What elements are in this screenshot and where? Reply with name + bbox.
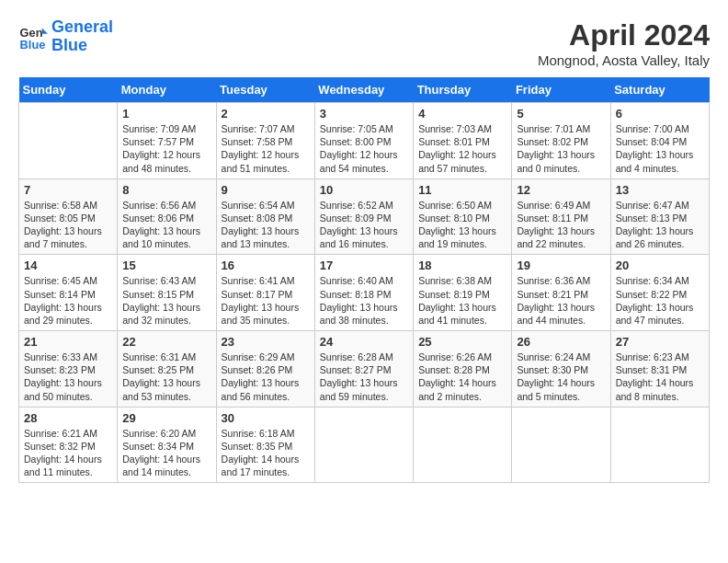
day-number: 6 <box>616 107 704 121</box>
day-info: Sunrise: 6:23 AM Sunset: 8:31 PM Dayligh… <box>616 350 704 403</box>
day-header-friday: Friday <box>512 77 610 103</box>
month-title: April 2024 <box>538 18 710 52</box>
day-info: Sunrise: 6:20 AM Sunset: 8:34 PM Dayligh… <box>122 427 210 479</box>
calendar-cell: 27Sunrise: 6:23 AM Sunset: 8:31 PM Dayli… <box>610 331 709 408</box>
day-number: 28 <box>24 411 112 425</box>
calendar-cell: 23Sunrise: 6:29 AM Sunset: 8:26 PM Dayli… <box>216 331 314 408</box>
day-header-monday: Monday <box>118 77 216 103</box>
calendar-cell: 13Sunrise: 6:47 AM Sunset: 8:13 PM Dayli… <box>610 178 709 255</box>
day-number: 13 <box>616 183 704 197</box>
day-number: 1 <box>122 107 210 121</box>
calendar-cell <box>512 407 610 483</box>
day-number: 5 <box>517 107 605 121</box>
day-number: 22 <box>122 335 210 349</box>
day-info: Sunrise: 7:09 AM Sunset: 7:57 PM Dayligh… <box>122 122 210 175</box>
day-info: Sunrise: 6:58 AM Sunset: 8:05 PM Dayligh… <box>24 199 112 251</box>
week-row-3: 14Sunrise: 6:45 AM Sunset: 8:14 PM Dayli… <box>19 255 710 331</box>
calendar-cell <box>414 407 512 483</box>
calendar-cell: 18Sunrise: 6:38 AM Sunset: 8:19 PM Dayli… <box>414 255 512 331</box>
day-number: 23 <box>222 335 310 349</box>
day-number: 3 <box>320 107 408 121</box>
svg-text:Blue: Blue <box>20 38 46 52</box>
day-header-tuesday: Tuesday <box>216 77 314 103</box>
calendar-cell: 15Sunrise: 6:43 AM Sunset: 8:15 PM Dayli… <box>118 255 216 331</box>
calendar-cell: 30Sunrise: 6:18 AM Sunset: 8:35 PM Dayli… <box>216 407 314 483</box>
day-info: Sunrise: 6:54 AM Sunset: 8:08 PM Dayligh… <box>222 199 310 251</box>
day-number: 7 <box>24 183 112 197</box>
calendar-cell: 25Sunrise: 6:26 AM Sunset: 8:28 PM Dayli… <box>414 331 512 408</box>
day-number: 8 <box>122 183 210 197</box>
day-number: 29 <box>122 411 210 425</box>
logo-icon: Gen Blue <box>18 22 48 52</box>
day-info: Sunrise: 6:31 AM Sunset: 8:25 PM Dayligh… <box>122 350 210 403</box>
day-info: Sunrise: 6:49 AM Sunset: 8:11 PM Dayligh… <box>517 199 605 251</box>
week-row-5: 28Sunrise: 6:21 AM Sunset: 8:32 PM Dayli… <box>19 407 710 483</box>
day-number: 9 <box>222 183 310 197</box>
day-info: Sunrise: 7:03 AM Sunset: 8:01 PM Dayligh… <box>418 122 506 175</box>
calendar-cell <box>19 103 118 179</box>
day-number: 20 <box>616 259 704 272</box>
calendar-cell: 14Sunrise: 6:45 AM Sunset: 8:14 PM Dayli… <box>19 255 118 331</box>
day-number: 16 <box>222 259 310 272</box>
day-header-thursday: Thursday <box>414 77 512 103</box>
location: Mongnod, Aosta Valley, Italy <box>538 52 710 68</box>
calendar-cell: 9Sunrise: 6:54 AM Sunset: 8:08 PM Daylig… <box>216 178 314 255</box>
day-number: 17 <box>320 259 408 272</box>
day-info: Sunrise: 6:33 AM Sunset: 8:23 PM Dayligh… <box>24 350 112 403</box>
calendar-cell: 5Sunrise: 7:01 AM Sunset: 8:02 PM Daylig… <box>512 103 610 179</box>
day-number: 15 <box>122 259 210 272</box>
day-info: Sunrise: 6:36 AM Sunset: 8:21 PM Dayligh… <box>517 274 605 327</box>
day-info: Sunrise: 6:29 AM Sunset: 8:26 PM Dayligh… <box>222 350 310 403</box>
day-info: Sunrise: 7:01 AM Sunset: 8:02 PM Dayligh… <box>517 122 605 175</box>
calendar-cell: 12Sunrise: 6:49 AM Sunset: 8:11 PM Dayli… <box>512 178 610 255</box>
calendar-cell: 22Sunrise: 6:31 AM Sunset: 8:25 PM Dayli… <box>118 331 216 408</box>
week-row-2: 7Sunrise: 6:58 AM Sunset: 8:05 PM Daylig… <box>19 178 710 255</box>
day-number: 26 <box>517 335 605 349</box>
day-number: 12 <box>517 183 605 197</box>
calendar-cell <box>610 407 709 483</box>
calendar-cell: 17Sunrise: 6:40 AM Sunset: 8:18 PM Dayli… <box>314 255 413 331</box>
day-info: Sunrise: 7:00 AM Sunset: 8:04 PM Dayligh… <box>616 122 704 175</box>
day-number: 24 <box>320 335 408 349</box>
day-info: Sunrise: 6:52 AM Sunset: 8:09 PM Dayligh… <box>320 199 408 251</box>
day-info: Sunrise: 7:07 AM Sunset: 7:58 PM Dayligh… <box>222 122 310 175</box>
day-number: 21 <box>24 335 112 349</box>
day-number: 18 <box>418 259 506 272</box>
day-number: 30 <box>222 411 310 425</box>
calendar-cell: 2Sunrise: 7:07 AM Sunset: 7:58 PM Daylig… <box>216 103 314 179</box>
calendar-cell: 3Sunrise: 7:05 AM Sunset: 8:00 PM Daylig… <box>314 103 413 179</box>
calendar-table: SundayMondayTuesdayWednesdayThursdayFrid… <box>18 77 710 483</box>
day-number: 10 <box>320 183 408 197</box>
day-info: Sunrise: 6:47 AM Sunset: 8:13 PM Dayligh… <box>616 199 704 251</box>
calendar-cell: 29Sunrise: 6:20 AM Sunset: 8:34 PM Dayli… <box>118 407 216 483</box>
day-info: Sunrise: 6:43 AM Sunset: 8:15 PM Dayligh… <box>122 274 210 327</box>
day-number: 14 <box>24 259 112 272</box>
calendar-cell: 4Sunrise: 7:03 AM Sunset: 8:01 PM Daylig… <box>414 103 512 179</box>
header: Gen Blue General Blue April 2024 Mongnod… <box>18 18 710 68</box>
day-info: Sunrise: 6:38 AM Sunset: 8:19 PM Dayligh… <box>418 274 506 327</box>
day-info: Sunrise: 6:18 AM Sunset: 8:35 PM Dayligh… <box>222 427 310 479</box>
day-info: Sunrise: 6:50 AM Sunset: 8:10 PM Dayligh… <box>418 199 506 251</box>
calendar-cell: 8Sunrise: 6:56 AM Sunset: 8:06 PM Daylig… <box>118 178 216 255</box>
week-row-1: 1Sunrise: 7:09 AM Sunset: 7:57 PM Daylig… <box>19 103 710 179</box>
title-area: April 2024 Mongnod, Aosta Valley, Italy <box>538 18 710 68</box>
day-info: Sunrise: 6:56 AM Sunset: 8:06 PM Dayligh… <box>122 199 210 251</box>
calendar-cell: 6Sunrise: 7:00 AM Sunset: 8:04 PM Daylig… <box>610 103 709 179</box>
calendar-cell <box>314 407 413 483</box>
calendar-cell: 10Sunrise: 6:52 AM Sunset: 8:09 PM Dayli… <box>314 178 413 255</box>
week-row-4: 21Sunrise: 6:33 AM Sunset: 8:23 PM Dayli… <box>19 331 710 408</box>
day-info: Sunrise: 6:45 AM Sunset: 8:14 PM Dayligh… <box>24 274 112 327</box>
day-number: 4 <box>418 107 506 121</box>
calendar-cell: 26Sunrise: 6:24 AM Sunset: 8:30 PM Dayli… <box>512 331 610 408</box>
calendar-cell: 20Sunrise: 6:34 AM Sunset: 8:22 PM Dayli… <box>610 255 709 331</box>
day-header-sunday: Sunday <box>19 77 118 103</box>
calendar-cell: 21Sunrise: 6:33 AM Sunset: 8:23 PM Dayli… <box>19 331 118 408</box>
day-info: Sunrise: 6:24 AM Sunset: 8:30 PM Dayligh… <box>517 350 605 403</box>
day-number: 27 <box>616 335 704 349</box>
day-info: Sunrise: 6:28 AM Sunset: 8:27 PM Dayligh… <box>320 350 408 403</box>
calendar-cell: 1Sunrise: 7:09 AM Sunset: 7:57 PM Daylig… <box>118 103 216 179</box>
logo: Gen Blue General Blue <box>18 18 113 55</box>
day-info: Sunrise: 6:34 AM Sunset: 8:22 PM Dayligh… <box>616 274 704 327</box>
calendar-cell: 11Sunrise: 6:50 AM Sunset: 8:10 PM Dayli… <box>414 178 512 255</box>
day-number: 25 <box>418 335 506 349</box>
